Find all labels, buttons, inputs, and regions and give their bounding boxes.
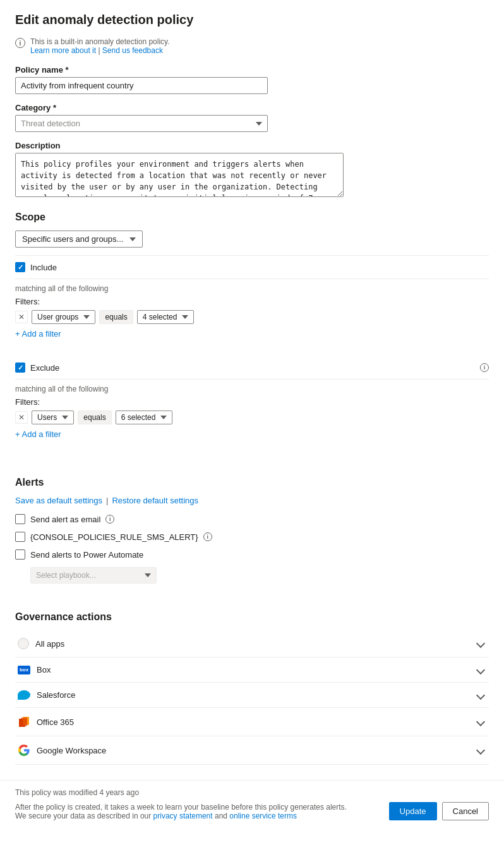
gov-office-left: Office 365 xyxy=(18,716,74,728)
governance-all-apps[interactable]: All apps xyxy=(15,630,489,657)
power-automate-row: Send alerts to Power Automate xyxy=(15,549,489,560)
exclude-filter-value-label: 6 selected xyxy=(121,413,156,422)
include-filters-label: Filters: xyxy=(15,297,489,306)
include-checkbox[interactable] xyxy=(15,262,25,272)
exclude-row: Exclude i xyxy=(15,356,489,380)
policy-name-label: Policy name xyxy=(15,65,489,75)
exclude-filter-field[interactable]: Users xyxy=(32,411,74,424)
exclude-label: Exclude xyxy=(30,363,59,373)
scope-title: Scope xyxy=(15,212,489,223)
all-apps-chevron-icon xyxy=(476,639,485,648)
footer-buttons: Update Cancel xyxy=(389,802,489,820)
exclude-checkbox[interactable] xyxy=(15,363,25,373)
office-icon xyxy=(18,716,30,728)
exclude-filters-label: Filters: xyxy=(15,397,489,407)
footer-modified-text: This policy was modified 4 years ago xyxy=(15,788,489,797)
exclude-add-filter[interactable]: + Add a filter xyxy=(15,429,489,439)
sms-alert-info-icon[interactable]: i xyxy=(203,532,212,541)
salesforce-icon xyxy=(18,690,30,700)
update-button[interactable]: Update xyxy=(389,802,437,820)
all-apps-icon xyxy=(18,638,29,649)
scope-dropdown-label: Specific users and groups... xyxy=(22,234,123,244)
exclude-filter-row: ✕ Users equals 6 selected xyxy=(15,411,489,424)
description-label: Description xyxy=(15,141,489,150)
box-chevron-icon xyxy=(476,665,485,674)
include-row: Include xyxy=(15,255,489,279)
governance-google[interactable]: Google Workspace xyxy=(15,736,489,765)
google-chevron-icon xyxy=(476,746,485,755)
gov-salesforce-label: Salesforce xyxy=(37,690,75,700)
power-automate-label: Send alerts to Power Automate xyxy=(30,550,143,560)
email-alert-label: Send alert as email xyxy=(30,515,100,524)
policy-name-input[interactable] xyxy=(15,77,268,94)
exclude-left: Exclude xyxy=(15,363,59,373)
include-filter-value-caret xyxy=(182,315,188,319)
governance-salesforce[interactable]: Salesforce xyxy=(15,683,489,708)
playbook-select[interactable]: Select playbook... xyxy=(30,567,157,584)
footer-note-text: After the policy is created, it takes a … xyxy=(15,803,347,812)
privacy-link[interactable]: privacy statement xyxy=(153,812,213,820)
include-filter-value-label: 4 selected xyxy=(143,313,177,321)
power-automate-checkbox[interactable] xyxy=(15,549,25,560)
alerts-separator: | xyxy=(106,496,108,505)
category-group: Category Threat detection xyxy=(15,103,489,132)
exclude-filter-remove[interactable]: ✕ xyxy=(15,411,28,424)
governance-box[interactable]: box Box xyxy=(15,657,489,683)
gov-google-label: Google Workspace xyxy=(37,746,106,755)
include-filter-field-caret xyxy=(83,315,90,319)
alerts-section: Alerts Save as default settings | Restor… xyxy=(15,477,489,584)
include-filter-remove[interactable]: ✕ xyxy=(15,311,28,323)
gov-salesforce-left: Salesforce xyxy=(18,690,75,700)
include-filter-value[interactable]: 4 selected xyxy=(137,310,195,324)
include-matching-text: matching all of the following xyxy=(15,284,489,293)
info-banner-text: This is a built-in anomaly detection pol… xyxy=(30,37,170,46)
email-alert-info-icon[interactable]: i xyxy=(105,515,114,524)
feedback-link[interactable]: Send us feedback xyxy=(102,46,163,55)
exclude-filter-operator: equals xyxy=(78,411,111,424)
include-filter-row: ✕ User groups equals 4 selected xyxy=(15,310,489,324)
category-select[interactable]: Threat detection xyxy=(15,115,268,132)
exclude-filter-value-caret xyxy=(160,416,167,419)
alerts-links: Save as default settings | Restore defau… xyxy=(15,496,489,505)
scope-dropdown[interactable]: Specific users and groups... xyxy=(15,231,143,248)
exclude-matching-text: matching all of the following xyxy=(15,385,489,393)
include-filter-field[interactable]: User groups xyxy=(32,310,95,324)
category-label: Category xyxy=(15,103,489,112)
page-title: Edit anomaly detection policy xyxy=(15,13,489,27)
exclude-filter-value[interactable]: 6 selected xyxy=(116,411,173,424)
include-filter-operator: equals xyxy=(99,310,133,324)
save-default-link[interactable]: Save as default settings xyxy=(15,496,102,505)
governance-section: Governance actions All apps box Box Sa xyxy=(15,611,489,765)
exclude-filter-field-label: Users xyxy=(37,413,57,422)
description-textarea[interactable]: This policy profiles your environment an… xyxy=(15,153,344,197)
exclude-filter-field-caret xyxy=(62,416,68,419)
playbook-row: Select playbook... xyxy=(15,567,489,584)
footer-bottom: After the policy is created, it takes a … xyxy=(15,802,489,820)
info-banner: i This is a built-in anomaly detection p… xyxy=(15,37,489,55)
restore-default-link[interactable]: Restore default settings xyxy=(112,496,198,505)
governance-office365[interactable]: Office 365 xyxy=(15,708,489,736)
governance-title: Governance actions xyxy=(15,611,489,623)
gov-all-apps-left: All apps xyxy=(18,638,64,649)
cancel-button[interactable]: Cancel xyxy=(442,802,489,820)
include-label: Include xyxy=(30,263,57,272)
sms-alert-row: {CONSOLE_POLICIES_RULE_SMS_ALERT} i xyxy=(15,532,489,542)
gov-box-label: Box xyxy=(37,665,51,674)
footer: This policy was modified 4 years ago Aft… xyxy=(0,780,504,828)
email-alert-checkbox[interactable] xyxy=(15,514,25,524)
include-add-filter[interactable]: + Add a filter xyxy=(15,329,489,339)
sms-alert-checkbox[interactable] xyxy=(15,532,25,542)
include-add-filter-label: + Add a filter xyxy=(15,329,61,339)
exclude-add-filter-label: + Add a filter xyxy=(15,429,61,439)
exclude-info-icon[interactable]: i xyxy=(480,363,489,372)
policy-name-group: Policy name xyxy=(15,65,489,94)
gov-box-left: box Box xyxy=(18,665,51,674)
salesforce-chevron-icon xyxy=(476,690,485,699)
google-icon xyxy=(18,744,30,757)
service-link[interactable]: online service terms xyxy=(229,812,297,820)
email-alert-row: Send alert as email i xyxy=(15,514,489,524)
exclude-filters-section: matching all of the following Filters: ✕… xyxy=(15,380,489,446)
footer-and: and xyxy=(215,812,229,820)
learn-more-link[interactable]: Learn more about it xyxy=(30,46,96,55)
gov-google-left: Google Workspace xyxy=(18,744,106,757)
